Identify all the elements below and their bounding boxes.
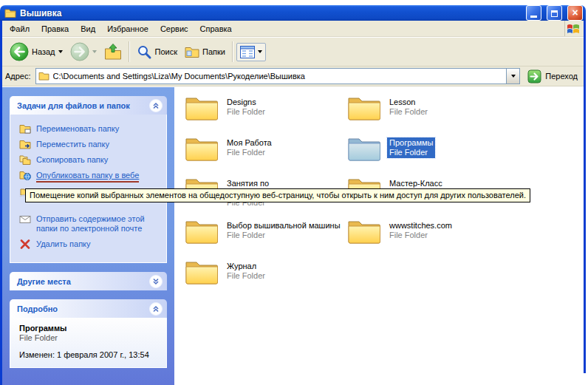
copy-folder-icon — [19, 155, 31, 165]
window-folder-icon[interactable] — [4, 8, 16, 18]
folder-tile-wwwstitches[interactable]: wwwstitches.comFile Folder — [347, 219, 507, 251]
folders-button[interactable]: Папки — [181, 44, 229, 60]
menu-item-edit[interactable]: Правка — [35, 22, 75, 35]
task-label: Скопировать папку — [36, 155, 108, 165]
folders-label: Папки — [202, 47, 225, 56]
details-panel-header[interactable]: Подробно — [10, 299, 167, 318]
details-panel-body: Программы File Folder Изменен: 1 февраля… — [10, 318, 167, 368]
minimize-icon — [530, 16, 537, 18]
folder-name: Программы — [389, 138, 433, 148]
maximize-button[interactable] — [547, 5, 562, 21]
back-label: Назад — [32, 47, 55, 56]
details-item-type: File Folder — [19, 333, 160, 343]
menu-item-tools[interactable]: Сервис — [154, 22, 194, 35]
go-label: Переход — [545, 72, 578, 81]
folder-icon — [347, 136, 381, 168]
window-body: Файл Правка Вид Избранное Сервис Справка — [0, 21, 586, 385]
task-move-folder[interactable]: Переместить папку — [19, 140, 162, 149]
other-places-panel-header[interactable]: Другие места — [10, 272, 167, 290]
folder-tile-programmy[interactable]: ПрограммыFile Folder — [347, 136, 507, 168]
folder-type: File Folder — [227, 271, 265, 281]
menu-item-file[interactable]: Файл — [4, 22, 35, 35]
tasks-panel-title: Задачи для файлов и папок — [17, 101, 130, 110]
up-button[interactable] — [100, 41, 126, 62]
publish-folder-icon — [19, 171, 31, 180]
details-panel: Подробно Программы File Folder Изменен: … — [10, 299, 167, 368]
back-dropdown-caret — [58, 50, 63, 53]
delete-folder-icon — [19, 239, 31, 249]
details-collapse-button[interactable] — [149, 302, 163, 316]
chevron-up-icon — [152, 305, 160, 313]
sidebar: Задачи для файлов и папок Переименовать … — [2, 87, 174, 385]
folder-icon — [185, 259, 219, 292]
file-folder-tasks-panel: Задачи для файлов и папок Переименовать … — [10, 96, 167, 263]
folder-icon — [347, 95, 381, 128]
screen: Вышивка × Файл Правка Вид Избранное Серв… — [0, 0, 588, 385]
forward-button[interactable] — [66, 41, 100, 63]
back-button[interactable]: Назад — [6, 41, 66, 63]
folder-tile-zhurnal[interactable]: ЖурналFile Folder — [185, 259, 344, 292]
menu-item-help[interactable]: Справка — [194, 22, 238, 35]
menu-item-favorites[interactable]: Избранное — [101, 22, 154, 35]
task-email-folder-contents[interactable]: Отправить содержимое этой папки по элект… — [19, 214, 162, 234]
address-combobox[interactable]: C:\Documents and Settings\Liza\My Docume… — [35, 68, 521, 84]
task-copy-folder[interactable]: Скопировать папку — [19, 155, 162, 165]
views-button[interactable] — [236, 43, 266, 61]
chevron-up-icon — [152, 102, 160, 109]
folder-icon — [185, 219, 219, 251]
address-bar: Адрес: C:\Documents and Settings\Liza\My… — [2, 67, 584, 86]
file-list: DesignsFile Folder LessonFile Folder Моя… — [174, 87, 584, 385]
folder-type: File Folder — [389, 107, 428, 117]
search-icon — [137, 44, 152, 60]
go-button[interactable]: Переход — [524, 69, 581, 84]
folder-tile-lesson[interactable]: LessonFile Folder — [347, 95, 507, 128]
titlebar: Вышивка × — [0, 5, 586, 21]
toolbar-separator — [129, 41, 130, 62]
menu-item-view[interactable]: Вид — [75, 22, 101, 35]
views-dropdown-caret — [258, 50, 262, 53]
address-dropdown-button[interactable] — [506, 69, 519, 84]
folder-name: Моя Работа — [227, 138, 272, 148]
search-label: Поиск — [155, 47, 177, 56]
folders-icon — [185, 46, 199, 58]
close-button[interactable]: × — [567, 5, 583, 21]
other-places-title: Другие места — [17, 277, 71, 286]
folder-name: Lesson — [389, 98, 428, 107]
task-label: Переименовать папку — [36, 124, 119, 134]
tasks-collapse-button[interactable] — [149, 99, 163, 112]
screenshot-crop-artifact — [177, 373, 588, 385]
folder-name: Выбор вышивальной машины — [227, 221, 341, 231]
back-icon — [10, 42, 29, 61]
task-rename-folder[interactable]: Переименовать папку — [19, 124, 162, 134]
address-dropdown-caret — [511, 75, 516, 78]
folder-name: Designs — [227, 98, 265, 107]
main-area: Задачи для файлов и папок Переименовать … — [2, 86, 584, 385]
up-folder-icon — [104, 43, 122, 61]
go-icon — [527, 69, 541, 84]
address-input[interactable]: C:\Documents and Settings\Liza\My Docume… — [53, 72, 503, 81]
folder-name: Мастер-Класс — [389, 179, 442, 188]
folder-tile-designs[interactable]: DesignsFile Folder — [185, 95, 344, 128]
folder-type: File Folder — [227, 148, 272, 157]
address-folder-icon — [38, 72, 49, 81]
views-icon — [240, 46, 255, 58]
task-publish-folder-to-web[interactable]: Опубликовать папку в вебе — [19, 171, 162, 183]
minimize-button[interactable] — [526, 5, 541, 21]
other-places-expand-button[interactable] — [149, 275, 163, 288]
email-folder-icon — [19, 214, 31, 224]
rename-folder-icon — [19, 124, 31, 134]
chevron-down-icon — [152, 278, 160, 285]
folder-tile-vybor[interactable]: Выбор вышивальной машиныFile Folder — [185, 219, 344, 251]
forward-icon — [70, 42, 89, 61]
tasks-panel-header[interactable]: Задачи для файлов и папок — [10, 96, 167, 115]
search-button[interactable]: Поиск — [133, 43, 181, 61]
maximize-icon — [551, 10, 558, 17]
task-label: Отправить содержимое этой папки по элект… — [36, 214, 162, 234]
close-icon: × — [572, 6, 578, 20]
folder-tile-moya-rabota[interactable]: Моя РаботаFile Folder — [185, 136, 344, 168]
other-places-panel: Другие места — [10, 272, 167, 290]
task-delete-folder[interactable]: Удалить папку — [19, 239, 162, 249]
details-title: Подробно — [17, 304, 58, 313]
folder-icon — [185, 136, 219, 168]
folder-name: Журнал — [227, 262, 265, 271]
